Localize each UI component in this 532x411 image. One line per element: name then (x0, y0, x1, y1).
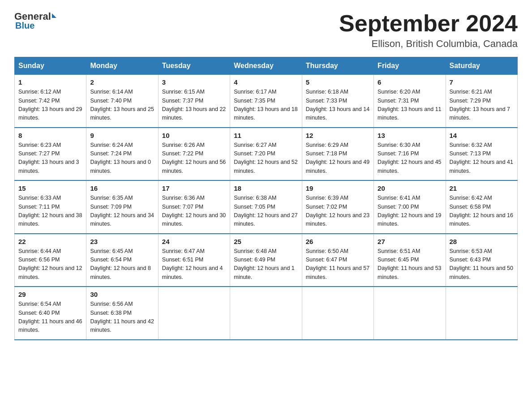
logo-blue: Blue (14, 21, 34, 31)
calendar-cell: 29Sunrise: 6:54 AMSunset: 6:40 PMDayligh… (15, 287, 86, 340)
calendar-cell: 16Sunrise: 6:35 AMSunset: 7:09 PMDayligh… (86, 180, 158, 234)
calendar-cell: 8Sunrise: 6:23 AMSunset: 7:27 PMDaylight… (15, 128, 86, 181)
calendar-cell: 17Sunrise: 6:36 AMSunset: 7:07 PMDayligh… (158, 180, 230, 234)
day-number: 10 (162, 132, 226, 139)
day-number: 3 (162, 78, 226, 86)
calendar-cell: 13Sunrise: 6:30 AMSunset: 7:16 PMDayligh… (374, 128, 446, 181)
day-number: 11 (234, 132, 298, 139)
day-number: 5 (306, 78, 370, 86)
calendar-cell: 12Sunrise: 6:29 AMSunset: 7:18 PMDayligh… (302, 128, 373, 181)
day-number: 19 (306, 184, 370, 192)
calendar-cell: 19Sunrise: 6:39 AMSunset: 7:02 PMDayligh… (302, 180, 373, 234)
location-title: Ellison, British Columbia, Canada (339, 38, 518, 50)
day-number: 22 (18, 238, 82, 245)
day-number: 6 (378, 78, 442, 86)
day-number: 2 (90, 78, 154, 86)
day-info: Sunrise: 6:26 AMSunset: 7:22 PMDaylight:… (162, 141, 226, 176)
day-number: 26 (306, 238, 370, 245)
day-info: Sunrise: 6:23 AMSunset: 7:27 PMDaylight:… (18, 141, 82, 176)
weekday-header-tuesday: Tuesday (158, 57, 230, 75)
day-number: 17 (162, 184, 226, 192)
day-info: Sunrise: 6:38 AMSunset: 7:05 PMDaylight:… (234, 194, 298, 229)
calendar-week-row: 15Sunrise: 6:33 AMSunset: 7:11 PMDayligh… (15, 180, 518, 234)
calendar-cell: 21Sunrise: 6:42 AMSunset: 6:58 PMDayligh… (446, 180, 517, 234)
day-info: Sunrise: 6:21 AMSunset: 7:29 PMDaylight:… (450, 88, 514, 123)
calendar-cell: 18Sunrise: 6:38 AMSunset: 7:05 PMDayligh… (230, 180, 302, 234)
weekday-header-wednesday: Wednesday (230, 57, 302, 75)
calendar-cell: 11Sunrise: 6:27 AMSunset: 7:20 PMDayligh… (230, 128, 302, 181)
day-number: 20 (378, 184, 442, 192)
day-number: 16 (90, 184, 154, 192)
day-number: 21 (450, 184, 514, 192)
day-number: 1 (18, 78, 82, 86)
calendar-cell: 10Sunrise: 6:26 AMSunset: 7:22 PMDayligh… (158, 128, 230, 181)
day-info: Sunrise: 6:56 AMSunset: 6:38 PMDaylight:… (90, 300, 154, 335)
calendar-week-row: 8Sunrise: 6:23 AMSunset: 7:27 PMDaylight… (15, 128, 518, 181)
day-number: 29 (18, 291, 82, 298)
weekday-header-saturday: Saturday (446, 57, 517, 75)
calendar-cell: 28Sunrise: 6:53 AMSunset: 6:43 PMDayligh… (446, 234, 517, 287)
calendar-cell (302, 287, 373, 340)
day-number: 28 (450, 238, 514, 245)
day-info: Sunrise: 6:33 AMSunset: 7:11 PMDaylight:… (18, 194, 82, 229)
day-number: 18 (234, 184, 298, 192)
day-info: Sunrise: 6:44 AMSunset: 6:56 PMDaylight:… (18, 247, 82, 282)
page-header: General Blue September 2024 Ellison, Bri… (14, 11, 518, 50)
logo: General Blue (14, 11, 56, 31)
calendar-cell: 25Sunrise: 6:48 AMSunset: 6:49 PMDayligh… (230, 234, 302, 287)
weekday-header-sunday: Sunday (15, 57, 86, 75)
calendar-cell: 1Sunrise: 6:12 AMSunset: 7:42 PMDaylight… (15, 75, 86, 128)
calendar-cell: 3Sunrise: 6:15 AMSunset: 7:37 PMDaylight… (158, 75, 230, 128)
calendar-cell: 24Sunrise: 6:47 AMSunset: 6:51 PMDayligh… (158, 234, 230, 287)
calendar-week-row: 29Sunrise: 6:54 AMSunset: 6:40 PMDayligh… (15, 287, 518, 340)
day-info: Sunrise: 6:50 AMSunset: 6:47 PMDaylight:… (306, 247, 370, 282)
day-number: 7 (450, 78, 514, 86)
day-info: Sunrise: 6:32 AMSunset: 7:13 PMDaylight:… (450, 141, 514, 176)
day-info: Sunrise: 6:54 AMSunset: 6:40 PMDaylight:… (18, 300, 82, 335)
calendar-cell: 15Sunrise: 6:33 AMSunset: 7:11 PMDayligh… (15, 180, 86, 234)
month-title: September 2024 (339, 11, 518, 36)
weekday-header-row: SundayMondayTuesdayWednesdayThursdayFrid… (15, 57, 518, 75)
day-info: Sunrise: 6:45 AMSunset: 6:54 PMDaylight:… (90, 247, 154, 282)
calendar-cell: 4Sunrise: 6:17 AMSunset: 7:35 PMDaylight… (230, 75, 302, 128)
day-number: 23 (90, 238, 154, 245)
calendar-cell: 2Sunrise: 6:14 AMSunset: 7:40 PMDaylight… (86, 75, 158, 128)
day-number: 24 (162, 238, 226, 245)
calendar-cell: 7Sunrise: 6:21 AMSunset: 7:29 PMDaylight… (446, 75, 517, 128)
day-number: 27 (378, 238, 442, 245)
day-info: Sunrise: 6:36 AMSunset: 7:07 PMDaylight:… (162, 194, 226, 229)
calendar-cell (158, 287, 230, 340)
day-info: Sunrise: 6:47 AMSunset: 6:51 PMDaylight:… (162, 247, 226, 282)
calendar-cell: 27Sunrise: 6:51 AMSunset: 6:45 PMDayligh… (374, 234, 446, 287)
day-info: Sunrise: 6:14 AMSunset: 7:40 PMDaylight:… (90, 88, 154, 123)
calendar-cell: 22Sunrise: 6:44 AMSunset: 6:56 PMDayligh… (15, 234, 86, 287)
day-number: 25 (234, 238, 298, 245)
day-number: 9 (90, 132, 154, 139)
day-info: Sunrise: 6:48 AMSunset: 6:49 PMDaylight:… (234, 247, 298, 282)
calendar-cell: 30Sunrise: 6:56 AMSunset: 6:38 PMDayligh… (86, 287, 158, 340)
day-info: Sunrise: 6:39 AMSunset: 7:02 PMDaylight:… (306, 194, 370, 229)
calendar-week-row: 22Sunrise: 6:44 AMSunset: 6:56 PMDayligh… (15, 234, 518, 287)
calendar-cell: 5Sunrise: 6:18 AMSunset: 7:33 PMDaylight… (302, 75, 373, 128)
day-info: Sunrise: 6:18 AMSunset: 7:33 PMDaylight:… (306, 88, 370, 123)
day-info: Sunrise: 6:24 AMSunset: 7:24 PMDaylight:… (90, 141, 154, 176)
calendar-week-row: 1Sunrise: 6:12 AMSunset: 7:42 PMDaylight… (15, 75, 518, 128)
day-info: Sunrise: 6:35 AMSunset: 7:09 PMDaylight:… (90, 194, 154, 229)
day-info: Sunrise: 6:51 AMSunset: 6:45 PMDaylight:… (378, 247, 442, 282)
day-info: Sunrise: 6:30 AMSunset: 7:16 PMDaylight:… (378, 141, 442, 176)
day-info: Sunrise: 6:29 AMSunset: 7:18 PMDaylight:… (306, 141, 370, 176)
calendar-cell (230, 287, 302, 340)
day-info: Sunrise: 6:20 AMSunset: 7:31 PMDaylight:… (378, 88, 442, 123)
calendar-cell: 6Sunrise: 6:20 AMSunset: 7:31 PMDaylight… (374, 75, 446, 128)
day-number: 13 (378, 132, 442, 139)
day-number: 30 (90, 291, 154, 298)
calendar-cell (446, 287, 517, 340)
title-area: September 2024 Ellison, British Columbia… (339, 11, 518, 50)
day-info: Sunrise: 6:12 AMSunset: 7:42 PMDaylight:… (18, 88, 82, 123)
calendar-table: SundayMondayTuesdayWednesdayThursdayFrid… (14, 57, 518, 340)
calendar-cell: 23Sunrise: 6:45 AMSunset: 6:54 PMDayligh… (86, 234, 158, 287)
day-info: Sunrise: 6:41 AMSunset: 7:00 PMDaylight:… (378, 194, 442, 229)
day-number: 4 (234, 78, 298, 86)
day-info: Sunrise: 6:17 AMSunset: 7:35 PMDaylight:… (234, 88, 298, 123)
calendar-cell (374, 287, 446, 340)
